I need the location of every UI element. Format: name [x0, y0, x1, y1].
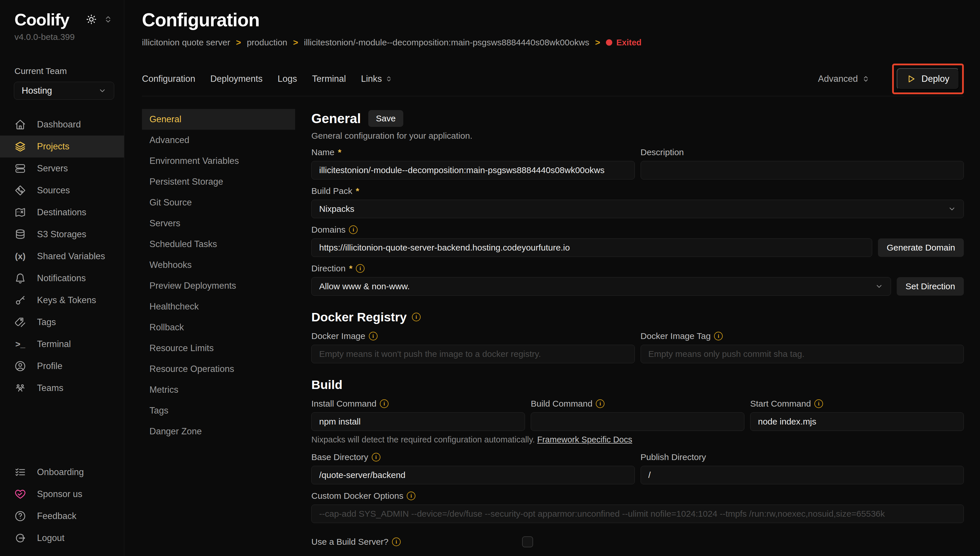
docker-image-input[interactable] [311, 345, 635, 363]
custom-docker-options-label: Custom Docker Options [311, 491, 403, 501]
info-icon[interactable]: i [369, 332, 378, 340]
sidebar-item-keys-tokens[interactable]: Keys & Tokens [0, 289, 124, 311]
subnav-item-preview-deployments[interactable]: Preview Deployments [142, 275, 295, 296]
required-mark: * [338, 147, 341, 157]
sidebar-footer: Onboarding Sponsor us Feedback Logout [0, 461, 124, 549]
subnav-item-metrics[interactable]: Metrics [142, 380, 295, 400]
deploy-button[interactable]: Deploy [897, 68, 959, 90]
subnav-item-tags[interactable]: Tags [142, 400, 295, 421]
description-input[interactable] [640, 161, 964, 179]
subnav-item-resource-operations[interactable]: Resource Operations [142, 359, 295, 380]
subnav-item-webhooks[interactable]: Webhooks [142, 255, 295, 275]
heart-hands-icon [15, 488, 26, 500]
sidebar-item-shared-variables[interactable]: (x) Shared Variables [0, 245, 124, 267]
general-form: General Save General configuration for y… [295, 109, 964, 547]
name-input[interactable] [311, 161, 635, 179]
subnav-item-general[interactable]: General [142, 109, 295, 130]
domains-input[interactable] [311, 238, 872, 257]
current-team-label: Current Team [0, 42, 124, 76]
sidebar-item-label: Destinations [37, 207, 86, 218]
info-icon[interactable]: i [372, 453, 380, 462]
tab-logs[interactable]: Logs [278, 74, 297, 84]
base-directory-input[interactable] [311, 466, 635, 484]
sidebar-item-teams[interactable]: Teams [0, 377, 124, 399]
sidebar-item-sponsor-us[interactable]: Sponsor us [0, 483, 124, 505]
sidebar-item-dashboard[interactable]: Dashboard [0, 113, 124, 136]
subnav-item-servers[interactable]: Servers [142, 213, 295, 234]
status-label: Exited [616, 38, 642, 47]
deploy-label: Deploy [922, 74, 950, 84]
sidebar-item-label: Teams [37, 383, 63, 393]
sidebar-item-projects[interactable]: Projects [0, 136, 124, 157]
save-button[interactable]: Save [368, 110, 403, 127]
sidebar-item-terminal[interactable]: >_ Terminal [0, 333, 124, 355]
subnav-item-rollback[interactable]: Rollback [142, 317, 295, 338]
advanced-dropdown[interactable]: Advanced [818, 74, 870, 84]
home-icon [15, 119, 26, 130]
subnav-item-persistent-storage[interactable]: Persistent Storage [142, 171, 295, 192]
sidebar-item-profile[interactable]: Profile [0, 355, 124, 377]
info-icon[interactable]: i [392, 538, 401, 546]
set-direction-button[interactable]: Set Direction [897, 277, 964, 296]
info-icon[interactable]: i [380, 399, 388, 408]
info-icon[interactable]: i [714, 332, 723, 340]
build-server-checkbox[interactable] [522, 537, 533, 547]
tab-deployments[interactable]: Deployments [210, 74, 262, 84]
build-pack-select[interactable]: Nixpacks [311, 200, 964, 218]
subnav-item-git-source[interactable]: Git Source [142, 192, 295, 213]
team-select[interactable]: Hosting [14, 82, 114, 100]
name-label: Name [311, 147, 335, 157]
users-icon [15, 382, 26, 394]
main-area: Configuration illicitonion quote server … [125, 0, 980, 556]
publish-directory-input[interactable] [640, 466, 964, 484]
tab-configuration[interactable]: Configuration [142, 74, 195, 84]
info-icon[interactable]: i [596, 399, 605, 408]
shared-variables-icon: (x) [15, 251, 26, 261]
subnav-item-environment-variables[interactable]: Environment Variables [142, 150, 295, 171]
breadcrumb: illicitonion quote server > production >… [142, 37, 964, 47]
subnav-item-resource-limits[interactable]: Resource Limits [142, 338, 295, 359]
direction-select[interactable]: Allow www & non-www. [311, 277, 891, 296]
sidebar-item-logout[interactable]: Logout [0, 527, 124, 549]
sidebar-item-servers[interactable]: Servers [0, 157, 124, 179]
install-command-input[interactable] [311, 412, 525, 431]
map-icon [15, 207, 26, 218]
sidebar-item-tags[interactable]: Tags [0, 311, 124, 333]
description-label: Description [640, 147, 684, 157]
required-mark: * [356, 186, 359, 196]
theme-sort-icon[interactable] [104, 15, 112, 24]
tab-terminal[interactable]: Terminal [312, 74, 346, 84]
sidebar-item-feedback[interactable]: Feedback [0, 505, 124, 527]
start-command-input[interactable] [750, 412, 964, 431]
docker-image-tag-input[interactable] [640, 345, 964, 363]
breadcrumb-resource[interactable]: illicitestonion/-module--decomposition:m… [304, 37, 589, 47]
sort-icon [862, 75, 870, 82]
info-icon[interactable]: i [356, 264, 364, 273]
subnav-item-advanced[interactable]: Advanced [142, 130, 295, 150]
subnav-item-danger-zone[interactable]: Danger Zone [142, 421, 295, 442]
checklist-icon [15, 466, 26, 478]
custom-docker-options-input[interactable] [311, 504, 964, 523]
team-select-value: Hosting [22, 86, 52, 96]
info-icon[interactable]: i [412, 313, 420, 322]
subnav-item-scheduled-tasks[interactable]: Scheduled Tasks [142, 234, 295, 255]
tab-links[interactable]: Links [361, 74, 392, 84]
sidebar-item-sources[interactable]: Sources [0, 179, 124, 201]
info-icon[interactable]: i [349, 225, 357, 234]
sidebar-item-notifications[interactable]: Notifications [0, 267, 124, 289]
framework-docs-link[interactable]: Framework Specific Docs [537, 435, 632, 444]
info-icon[interactable]: i [814, 399, 823, 408]
breadcrumb-project[interactable]: illicitonion quote server [142, 37, 230, 47]
sidebar-item-onboarding[interactable]: Onboarding [0, 461, 124, 483]
subnav-item-healthcheck[interactable]: Healthcheck [142, 296, 295, 317]
generate-domain-button[interactable]: Generate Domain [878, 238, 964, 257]
breadcrumb-environment[interactable]: production [247, 37, 287, 47]
info-icon[interactable]: i [407, 491, 416, 500]
build-command-input[interactable] [531, 412, 744, 431]
sidebar-item-s3-storages[interactable]: S3 Storages [0, 223, 124, 245]
page-title: Configuration [142, 9, 964, 31]
theme-sun-icon[interactable] [86, 14, 97, 25]
sidebar-item-destinations[interactable]: Destinations [0, 201, 124, 223]
server-icon [15, 163, 26, 174]
layers-icon [15, 141, 26, 152]
